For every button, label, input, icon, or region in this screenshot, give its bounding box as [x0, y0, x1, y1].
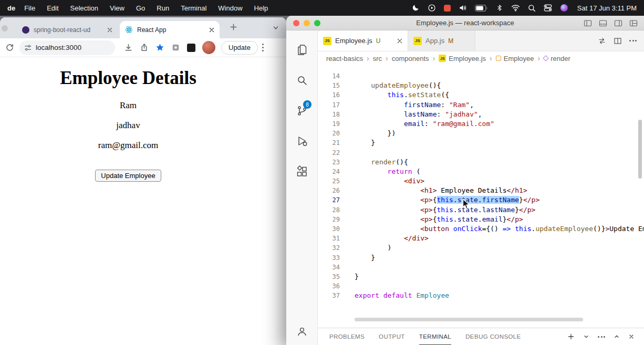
line-content[interactable]: render(){ — [355, 158, 408, 167]
employee-field: Ram — [0, 100, 256, 111]
red-square-app-icon[interactable] — [444, 5, 451, 12]
line-content[interactable]: </div> — [355, 234, 429, 243]
vertical-scrollbar[interactable] — [638, 120, 642, 179]
line-content[interactable]: this.setState({ — [355, 90, 449, 100]
menu-item-view[interactable]: View — [104, 4, 130, 12]
menubar-clock[interactable]: Sat 17 Jun 3:11 PM — [577, 4, 637, 12]
notion-extension-icon[interactable] — [187, 44, 195, 52]
line-content[interactable]: <p>{this.state.lastName}</p> — [355, 205, 535, 215]
breadcrumb-item-src[interactable]: src — [373, 55, 382, 62]
panel-maximize-chevron-icon[interactable] — [614, 333, 620, 340]
editor-tab-app-js[interactable]: JS App.js M — [408, 30, 475, 51]
panel-more-icon[interactable] — [598, 336, 605, 338]
horizontal-scrollbar[interactable] — [355, 318, 583, 321]
search-icon[interactable] — [286, 65, 317, 96]
line-content[interactable]: }) — [355, 129, 396, 138]
extensions-icon[interactable] — [286, 156, 317, 187]
breadcrumb-item-render[interactable]: render — [550, 55, 570, 62]
panel-tab-terminal[interactable]: TERMINAL — [419, 328, 451, 345]
download-icon[interactable] — [124, 43, 133, 52]
layout-panel-icon[interactable] — [599, 19, 607, 27]
source-control-icon[interactable]: 8 — [286, 96, 317, 126]
close-traffic-light[interactable] — [293, 20, 299, 26]
line-content[interactable]: <div> — [355, 176, 424, 186]
update-employee-button[interactable]: Update Employee — [95, 170, 161, 182]
panel-tab-debug-console[interactable]: DEBUG CONSOLE — [465, 328, 521, 345]
menu-item-help[interactable]: Help — [248, 4, 274, 12]
split-editor-icon[interactable] — [614, 37, 622, 45]
play-circle-icon[interactable] — [428, 4, 436, 12]
line-content[interactable]: } — [355, 253, 375, 263]
menu-item-terminal[interactable]: Terminal — [175, 4, 212, 12]
line-content[interactable]: <h1> Employee Details</h1> — [355, 186, 527, 195]
breadcrumb-item-components[interactable]: components — [392, 55, 429, 62]
menu-item-selection[interactable]: Selection — [65, 4, 104, 12]
menu-item-file[interactable]: File — [18, 4, 41, 12]
browser-menu-kebab-icon[interactable] — [262, 44, 264, 52]
line-content[interactable]: firstName: "Ram", — [355, 100, 474, 110]
account-icon[interactable] — [286, 325, 317, 338]
site-info-icon[interactable] — [24, 44, 32, 51]
address-bar[interactable]: localhost:3000 — [19, 40, 115, 55]
menubar-app-name[interactable]: de — [7, 4, 15, 12]
terminal-profile-chevron-icon[interactable] — [583, 333, 589, 340]
line-content[interactable]: lastName: "jadhav", — [355, 110, 482, 119]
moon-icon[interactable] — [411, 4, 420, 12]
open-changes-icon[interactable] — [598, 37, 606, 45]
breadcrumb-item-employee-js[interactable]: Employee.js — [449, 55, 486, 62]
line-content[interactable]: } — [355, 138, 375, 148]
code-editor[interactable]: 1415updateEmployee(){16this.setState({17… — [318, 65, 644, 328]
line-content[interactable]: return ( — [355, 167, 420, 176]
line-content[interactable]: ) — [355, 243, 391, 253]
tab-close-icon[interactable] — [397, 38, 402, 44]
wifi-icon[interactable] — [511, 4, 520, 12]
tab-search-chevron-icon[interactable] — [273, 25, 279, 31]
panel-tab-output[interactable]: OUTPUT — [379, 328, 405, 345]
new-tab-button[interactable] — [230, 23, 237, 31]
profile-avatar[interactable] — [202, 41, 215, 54]
extension-icon[interactable] — [171, 43, 180, 52]
line-content[interactable]: <p>{this.state.email}</p> — [355, 215, 523, 224]
line-content[interactable]: export default Employee — [355, 291, 449, 300]
minimize-traffic-light[interactable] — [304, 20, 310, 26]
layout-sidebar-left-icon[interactable] — [584, 19, 592, 27]
line-content[interactable]: } — [355, 272, 359, 281]
control-center-icon[interactable] — [544, 4, 552, 12]
explorer-icon[interactable] — [286, 35, 317, 65]
tab-close-icon[interactable] — [209, 27, 214, 33]
bluetooth-icon[interactable] — [496, 4, 503, 12]
battery-icon[interactable] — [475, 5, 488, 12]
layout-customize-icon[interactable] — [629, 19, 638, 27]
bookmark-star-icon[interactable] — [155, 43, 164, 52]
line-content[interactable]: <button onClick={() => this.updateEmploy… — [355, 224, 644, 234]
breadcrumb-item-react-basics[interactable]: react-basics — [326, 55, 363, 62]
browser-tab-spring-boot[interactable]: spring-boot-react-ud — [17, 21, 118, 38]
spotlight-search-icon[interactable] — [528, 4, 536, 12]
menu-item-go[interactable]: Go — [130, 4, 151, 12]
browser-tab-react-app[interactable]: React App — [120, 21, 220, 38]
line-content[interactable]: email: "ram@gmail.com" — [355, 119, 494, 129]
share-icon[interactable] — [140, 43, 149, 52]
panel-tab-problems[interactable]: PROBLEMS — [329, 328, 365, 345]
panel-close-icon[interactable] — [628, 333, 635, 340]
new-terminal-plus-icon[interactable] — [567, 333, 575, 340]
run-debug-icon[interactable] — [286, 126, 317, 156]
browser-traffic-light[interactable] — [2, 25, 8, 32]
menu-item-window[interactable]: Window — [212, 4, 248, 12]
zoom-traffic-light[interactable] — [314, 20, 320, 26]
browser-window: spring-boot-react-ud React App localhost… — [0, 17, 286, 345]
line-content[interactable]: updateEmployee(){ — [355, 81, 441, 90]
editor-tab-employee-js[interactable]: JS Employee.js U — [318, 30, 408, 51]
update-browser-button[interactable]: Update — [221, 41, 258, 55]
menu-item-edit[interactable]: Edit — [41, 4, 64, 12]
siri-icon[interactable] — [560, 4, 568, 12]
line-content[interactable]: <p>{this.state.firstName}</p> — [355, 195, 539, 205]
tab-close-icon[interactable] — [107, 27, 112, 33]
breadcrumb-item-employee[interactable]: Employee — [504, 55, 534, 62]
layout-sidebar-right-icon[interactable] — [614, 19, 622, 27]
editor-more-actions-icon[interactable] — [629, 40, 637, 41]
js-file-icon: JS — [413, 37, 422, 45]
reload-icon[interactable] — [5, 43, 14, 52]
volume-icon[interactable] — [459, 4, 467, 12]
menu-item-run[interactable]: Run — [151, 4, 175, 12]
